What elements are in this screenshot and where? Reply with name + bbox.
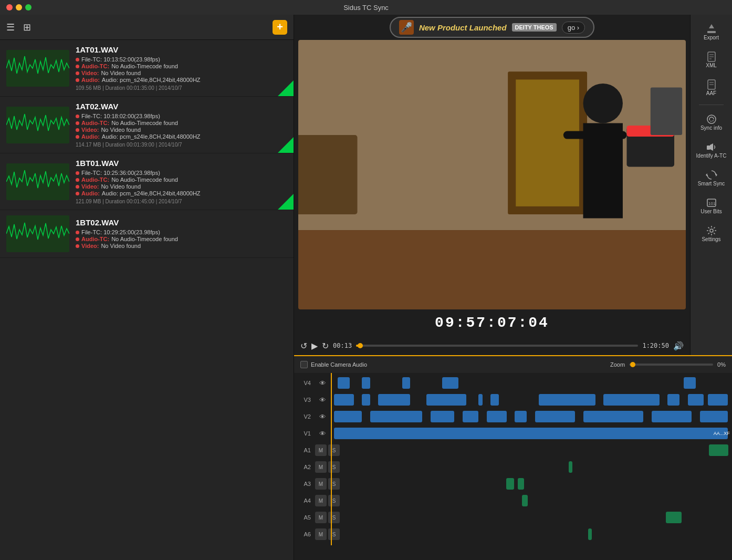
v-clip[interactable] — [603, 394, 660, 406]
a-clip[interactable] — [709, 444, 728, 456]
file-info: 1BT01.WAV File-TC: 10:25:36:00(23.98fps)… — [76, 159, 287, 204]
banner-text: New Product Launched — [419, 23, 507, 32]
forward-button[interactable]: ↻ — [322, 341, 329, 351]
zoom-slider[interactable] — [629, 364, 713, 366]
v-clip[interactable] — [334, 394, 354, 406]
v-clip[interactable] — [515, 411, 527, 422]
file-item[interactable]: 1AT01.WAV File-TC: 10:13:52:00(23.98fps)… — [0, 40, 294, 97]
rewind-button[interactable]: ↺ — [300, 341, 307, 351]
svg-rect-6 — [298, 230, 686, 309]
v-clip[interactable] — [684, 377, 696, 389]
progress-bar[interactable] — [356, 345, 638, 347]
close-button[interactable] — [6, 4, 13, 11]
identify-atc-icon — [706, 141, 717, 153]
user-bits-icon: 101 — [706, 197, 717, 209]
svg-rect-8 — [516, 79, 579, 206]
grid-icon[interactable]: ⊞ — [23, 22, 31, 33]
track-label-a2: A2 — [294, 464, 315, 470]
zoom-thumb — [630, 362, 635, 367]
a-clip[interactable] — [522, 495, 528, 506]
v-clip[interactable] — [378, 394, 410, 406]
aaf-button[interactable]: AAF — [693, 75, 730, 100]
track-eye-v3[interactable]: 👁 — [315, 392, 330, 407]
file-item[interactable]: 1BT01.WAV File-TC: 10:25:36:00(23.98fps)… — [0, 153, 294, 210]
v-clip[interactable]: AA...XF — [712, 428, 728, 439]
svg-point-9 — [583, 84, 623, 123]
minimize-button[interactable] — [16, 4, 22, 11]
v-clip[interactable] — [667, 394, 679, 406]
track-mute-a3[interactable]: M — [315, 478, 327, 490]
v-clip[interactable] — [478, 394, 483, 406]
xml-button[interactable]: XML — [693, 47, 730, 72]
v-clip[interactable] — [402, 377, 410, 389]
play-button[interactable]: ▶ — [311, 341, 318, 351]
file-tc: File-TC: 10:25:36:00(23.98fps) — [81, 170, 160, 176]
identify-atc-button[interactable]: Identify A-TC — [693, 137, 730, 163]
v-clip[interactable] — [442, 377, 458, 389]
smart-sync-button[interactable]: Smart Sync — [693, 165, 730, 191]
v-clip[interactable] — [700, 411, 728, 422]
v-clip[interactable] — [535, 411, 576, 422]
v-clip[interactable] — [708, 394, 728, 406]
enable-camera-audio-label[interactable]: Enable Camera Audio — [300, 361, 367, 368]
file-item[interactable]: 1BT02.WAV File-TC: 10:29:25:00(23.98fps)… — [0, 210, 294, 258]
track-eye-v4[interactable]: 👁 — [315, 376, 330, 390]
track-mute-a6[interactable]: M — [315, 528, 327, 540]
aaf-icon — [706, 79, 717, 90]
v-clip[interactable] — [652, 411, 692, 422]
track-v1: V1 👁 AA...XF — [294, 426, 732, 441]
track-mute-a2[interactable]: M — [315, 461, 327, 473]
track-solo-a3[interactable]: S — [328, 478, 340, 490]
track-eye-v1[interactable]: 👁 — [315, 426, 330, 441]
a-clip[interactable] — [518, 478, 524, 490]
v-clip[interactable] — [431, 411, 455, 422]
sync-info-button[interactable]: Sync info — [693, 109, 730, 135]
a-clip[interactable] — [506, 478, 514, 490]
banner[interactable]: 🎤 New Product Launched DEITY THEOS go › — [390, 17, 594, 38]
track-mute-a4[interactable]: M — [315, 495, 327, 506]
v-clip[interactable] — [490, 394, 498, 406]
track-eye-v2[interactable]: 👁 — [315, 409, 330, 424]
v-clip[interactable] — [334, 411, 362, 422]
v-clip[interactable] — [370, 411, 423, 422]
track-label-a6: A6 — [294, 531, 315, 537]
track-solo-a2[interactable]: S — [328, 461, 340, 473]
maximize-button[interactable] — [25, 4, 32, 11]
volume-button[interactable]: 🔊 — [673, 341, 684, 351]
track-v4: V4 👁 — [294, 375, 732, 391]
v-clip[interactable] — [362, 377, 370, 389]
waveform-thumbnail — [6, 215, 69, 252]
v-clip[interactable] — [688, 394, 704, 406]
status-dot — [76, 178, 79, 182]
v-clip[interactable] — [487, 411, 507, 422]
track-solo-a6[interactable]: S — [328, 528, 340, 540]
v-clip[interactable] — [539, 394, 595, 406]
file-item[interactable]: 1AT02.WAV File-TC: 10:18:02:00(23.98fps)… — [0, 97, 294, 153]
banner-go-button[interactable]: go › — [562, 22, 585, 34]
a-clip[interactable] — [588, 528, 592, 540]
a-clip[interactable] — [569, 461, 572, 473]
track-mute-a5[interactable]: M — [315, 512, 327, 523]
export-button[interactable]: Export — [693, 19, 730, 45]
center-right: 🎤 New Product Launched DEITY THEOS go › — [294, 15, 732, 560]
status-dot — [76, 135, 79, 139]
settings-button[interactable]: Settings — [693, 221, 730, 246]
enable-camera-audio-checkbox[interactable] — [300, 361, 308, 368]
v-clip[interactable] — [338, 377, 350, 389]
track-mute-a1[interactable]: M — [315, 444, 327, 456]
a-clip[interactable] — [666, 512, 682, 523]
track-label-a1: A1 — [294, 447, 315, 453]
v-clip[interactable] — [583, 411, 644, 422]
track-solo-a1[interactable]: S — [328, 444, 340, 456]
track-v3: V3 👁 — [294, 392, 732, 408]
v-clip[interactable] — [463, 411, 479, 422]
add-file-button[interactable]: + — [273, 20, 287, 35]
menu-icon[interactable]: ☰ — [6, 22, 15, 33]
user-bits-button[interactable]: 101 User Bits — [693, 193, 730, 219]
track-solo-a4[interactable]: S — [328, 495, 340, 506]
v-clip[interactable] — [362, 394, 370, 406]
v-clip[interactable] — [334, 428, 724, 439]
smart-sync-icon — [706, 169, 717, 181]
track-solo-a5[interactable]: S — [328, 512, 340, 523]
v-clip[interactable] — [426, 394, 467, 406]
